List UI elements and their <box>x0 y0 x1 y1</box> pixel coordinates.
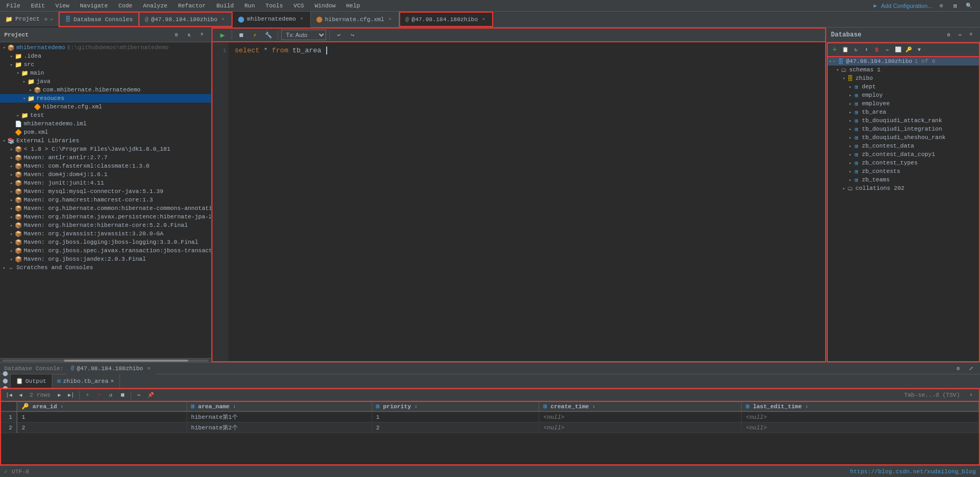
db-tree-zb-contest-copy[interactable]: ▸ ⊞ zb_contest_data_copy1 <box>828 150 979 159</box>
sidebar-sort-icon[interactable]: ⇅ <box>184 30 194 40</box>
result-stop-icon[interactable]: ⏹ <box>118 390 127 400</box>
result-last-icon[interactable]: ▶| <box>67 390 76 400</box>
row-2-create-time[interactable]: <null> <box>539 423 742 433</box>
tree-item-hibernate-xml[interactable]: ▸ 🔶 hibernate.cfg.xml <box>0 103 211 111</box>
result-export-icon[interactable]: ⬇ <box>966 390 976 400</box>
tree-item-maven-junit[interactable]: ▸ 📦 Maven: junit:junit:4.11 <box>0 179 211 187</box>
db-settings-icon[interactable]: ⚙ <box>944 30 954 40</box>
db-tree-tb-attack[interactable]: ▸ ⊞ tb_douqiudi_attack_rank <box>828 116 979 125</box>
menu-build[interactable]: Build <box>214 2 236 10</box>
result-next-icon[interactable]: ▶ <box>55 390 64 400</box>
menu-file[interactable]: File <box>4 2 22 10</box>
result-prev-icon[interactable]: ◀ <box>16 390 25 400</box>
db-properties-icon[interactable]: 🔑 <box>904 45 913 54</box>
tree-item-package[interactable]: ▸ 📦 com.mhibernate.hibernatedemo <box>0 86 211 94</box>
db-tree-tb-integration[interactable]: ▸ ⊞ tb_douqiudi_integration <box>828 125 979 133</box>
tree-item-maven-hibernate-common[interactable]: ▸ 📦 Maven: org.hibernate.common:hibernat… <box>0 204 211 213</box>
add-config-button[interactable]: Add Configuration... <box>881 3 932 9</box>
undo-button[interactable]: ↩ <box>333 29 345 41</box>
tab-connection-2[interactable]: @ @47.98.184.180zhibo × <box>399 12 493 27</box>
row-1-last-edit[interactable]: <null> <box>742 411 979 423</box>
menu-window[interactable]: Window <box>312 2 338 10</box>
col-create-time-sort[interactable]: ⬇ <box>593 405 595 410</box>
tree-item-main[interactable]: ▾ 📁 main <box>0 69 211 77</box>
db-tree-collations[interactable]: ▸ 🗂 collations 202 <box>828 184 979 192</box>
side-icon-1[interactable]: ⬤ <box>1 371 10 377</box>
db-tree-employee[interactable]: ▸ ⊞ employee <box>828 99 979 108</box>
row-2-area-id[interactable]: 2 <box>17 423 187 433</box>
db-tree-zb-contest-types[interactable]: ▸ ⊞ zb_contest_types <box>828 159 979 167</box>
db-tree-tb-area[interactable]: ▸ ⊞ tb_area <box>828 108 979 116</box>
col-area-name[interactable]: ⊞ area_name ⬇ <box>187 402 372 411</box>
search-icon[interactable]: 🔍 <box>964 1 974 11</box>
menu-code[interactable]: Code <box>116 2 134 10</box>
tree-item-java[interactable]: ▸ 📁 java <box>0 77 211 86</box>
menu-vcs[interactable]: VCS <box>291 2 306 10</box>
col-area-name-sort[interactable]: ⬇ <box>233 405 236 410</box>
tab-hibernate-cfg[interactable]: ⬤ hibernate.cfg.xml × <box>311 12 399 27</box>
db-add-icon[interactable]: + <box>830 45 839 54</box>
tab-connection-2-close[interactable]: × <box>480 16 487 23</box>
sidebar-scrollbar[interactable] <box>0 358 211 362</box>
editor-content[interactable]: 1 select * from tb_area <box>211 42 826 362</box>
tab-connection-1[interactable]: @ @47.98.184.180zhibo × <box>138 12 233 27</box>
row-2-priority[interactable]: 2 <box>372 423 539 433</box>
stop-button[interactable]: ⏹ <box>235 29 247 41</box>
execute-button[interactable]: ⚡ <box>249 29 261 41</box>
code-area[interactable]: select * from tb_area <box>233 47 821 55</box>
tree-item-maven-hibernate-jpa[interactable]: ▸ 📦 Maven: org.hibernate.javax.persisten… <box>0 213 211 221</box>
redo-button[interactable]: ↪ <box>347 29 358 41</box>
tree-item-pom[interactable]: ▸ 🔶 pom.xml <box>0 128 211 136</box>
tree-item-maven-javassist[interactable]: ▸ 📦 Maven: org.javassist:javassist:3.20.… <box>0 230 211 238</box>
row-1-area-id[interactable]: 1 <box>17 411 187 423</box>
tree-item-maven-dom4j[interactable]: ▸ 📦 Maven: dom4j:dom4j:1.6.1 <box>0 170 211 179</box>
tree-item-ext-libs[interactable]: ▾ 📚 External Libraries <box>0 136 211 145</box>
row-1-area-name[interactable]: hibernate第1个 <box>187 411 372 423</box>
tb-area-close[interactable]: × <box>110 378 114 384</box>
tree-item-idea[interactable]: ▸ 📁 .idea <box>0 52 211 60</box>
db-tree-zb-contest-data[interactable]: ▸ ⊞ zb_contest_data <box>828 142 979 150</box>
table-row[interactable]: 1 1 hibernate第1个 1 <null> <null> <box>1 411 979 423</box>
db-close-icon[interactable]: × <box>966 30 976 40</box>
result-compare-icon[interactable]: ⇔ <box>134 390 144 400</box>
db-layout-icon[interactable]: ⇔ <box>955 30 965 40</box>
db-tree-employ[interactable]: ▸ ⊞ employ <box>828 91 979 99</box>
result-pin-icon[interactable]: 📌 <box>146 390 155 400</box>
db-remove-icon[interactable]: 🗑 <box>872 45 882 54</box>
tab-project[interactable]: 📁 Project ⚙ ⇔ <box>0 12 59 27</box>
result-first-icon[interactable]: |◀ <box>4 390 14 400</box>
db-edit-icon[interactable]: ✏ <box>883 45 892 54</box>
tree-item-maven-jboss-logging[interactable]: ▸ 📦 Maven: org.jboss.logging:jboss-loggi… <box>0 238 211 246</box>
tree-item-maven-antlr[interactable]: ▸ 📦 Maven: antlr:antlr:2.7.7 <box>0 153 211 162</box>
tab-connection-1-close[interactable]: × <box>220 16 226 23</box>
tree-item-test[interactable]: ▸ 📁 test <box>0 111 211 120</box>
tree-item-maven-jboss-transaction[interactable]: ▸ 📦 Maven: org.jboss.spec.javax.transact… <box>0 246 211 255</box>
db-tree-dept[interactable]: ▸ ⊞ dept <box>828 82 979 91</box>
tab-mhibernatedemo-close[interactable]: × <box>299 16 305 22</box>
col-create-time[interactable]: ⊞ create_time ⬇ <box>539 402 742 411</box>
db-tree-schemas[interactable]: ▾ 🗂 schemas 1 <box>828 66 979 74</box>
menu-navigate[interactable]: Navigate <box>78 2 110 10</box>
db-tree-zb-teams[interactable]: ▸ ⊞ zb_teams <box>828 176 979 184</box>
tree-item-scratches[interactable]: ▸ ✏️ Scratches and Consoles <box>0 263 211 272</box>
db-tree-root[interactable]: ▾ ✓ 🗄 @47.98.184.180zhibo 1 of 6 <box>828 57 979 66</box>
tree-item-maven-hamcrest[interactable]: ▸ 📦 Maven: org.hamcrest:hamcrest-core:1.… <box>0 196 211 204</box>
tree-item-maven-hibernate-core[interactable]: ▸ 📦 Maven: org.hibernate:hibernate-core:… <box>0 221 211 230</box>
row-2-area-name[interactable]: hibernate第2个 <box>187 423 372 433</box>
row-1-priority[interactable]: 1 <box>372 411 539 423</box>
menu-tools[interactable]: Tools <box>263 2 285 10</box>
menu-refactor[interactable]: Refactor <box>176 2 208 10</box>
tree-item-maven-classmate[interactable]: ▸ 📦 Maven: com.fasterxml:classmate:1.3.0 <box>0 162 211 170</box>
tree-item-maven-jandex[interactable]: ▸ 📦 Maven: org.jboss:jandex:2.0.3.Final <box>0 255 211 263</box>
db-tree-zhibo[interactable]: ▾ 🗄 zhibo <box>828 74 979 82</box>
db-tree-zb-contests[interactable]: ▸ ⊞ zb_contests <box>828 167 979 176</box>
col-priority[interactable]: ⊞ priority ⬇ <box>372 402 539 411</box>
tree-item-src[interactable]: ▸ 📁 src <box>0 60 211 69</box>
row-2-last-edit[interactable]: <null> <box>742 423 979 433</box>
col-priority-sort[interactable]: ⬇ <box>414 405 417 410</box>
col-last-edit-sort[interactable]: ⬇ <box>805 405 808 410</box>
db-tree-tb-sheshou[interactable]: ▸ ⊞ tb_douqiudi_sheshou_rank <box>828 133 979 142</box>
tab-db-consoles[interactable]: 🗄 Database Consoles <box>59 12 138 27</box>
menu-run[interactable]: Run <box>242 2 257 10</box>
tree-item-root[interactable]: ▾ 📦 mhibernatedemo E:\githubdemos\mhiber… <box>0 43 211 52</box>
